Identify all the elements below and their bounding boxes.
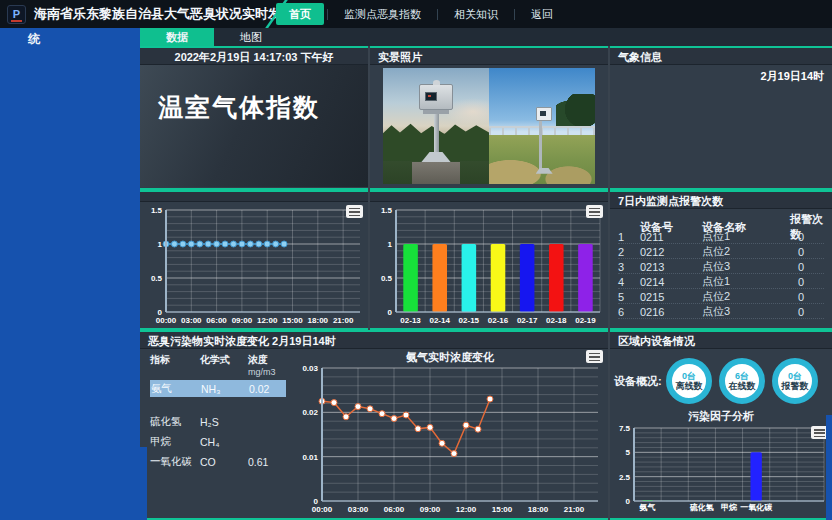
ammonia-chart-title: 氨气实时浓度变化: [292, 350, 608, 364]
greeting-body: 温室气体指数: [140, 65, 368, 187]
alarm-table-row: 30213点位30: [618, 259, 824, 274]
pollutant-col-indicator: 指标: [150, 353, 200, 367]
alarm-table-row: 60216点位30: [618, 304, 824, 319]
chart-menu-icon[interactable]: [346, 205, 363, 218]
monitor-device-graphic: [419, 84, 453, 110]
nav-separator: [437, 9, 438, 20]
daily-index-chart: 00.511.502-1302-1402-1502-1602-1702-1802…: [370, 202, 608, 327]
pollutant-body: 指标 化学式 浓度 mg/m3 氨气NH₃0.02硫化氢H₂S甲烷CH₄一氧化碳…: [140, 349, 608, 518]
svg-text:0: 0: [626, 497, 631, 506]
svg-text:0: 0: [388, 308, 393, 317]
pollution-analysis-title: 污染因子分析: [610, 409, 832, 424]
pollutant-row-NH₃[interactable]: 氨气NH₃0.02: [150, 380, 286, 397]
pollutant-panel: 恶臭污染物实时浓度变化 2月19日14时 指标 化学式 浓度 mg/m3 氨气N…: [140, 330, 608, 520]
svg-text:06:00: 06:00: [384, 505, 405, 514]
main-nav: 首页 监测点恶臭指数 相关知识 返回: [276, 0, 566, 28]
svg-text:硫化氢: 硫化氢: [689, 503, 714, 512]
svg-text:21:00: 21:00: [333, 316, 354, 325]
svg-text:00:00: 00:00: [156, 316, 177, 325]
svg-text:0.5: 0.5: [151, 274, 163, 283]
svg-text:0.5: 0.5: [381, 274, 393, 283]
alarm-table: 设备号 设备名称 报警次数 10211点位1020212点位2030213点位3…: [610, 209, 832, 319]
svg-text:2.5: 2.5: [619, 473, 631, 482]
panel-strip: [370, 192, 608, 202]
photos-panel-title: 实景照片: [370, 48, 608, 65]
svg-text:09:00: 09:00: [420, 505, 441, 514]
alarm-table-header: 设备号 设备名称 报警次数: [618, 212, 824, 229]
site-photos: [383, 68, 595, 184]
svg-text:00:00: 00:00: [312, 505, 333, 514]
nav-item-home[interactable]: 首页: [276, 3, 324, 25]
chart-menu-icon[interactable]: [586, 205, 603, 218]
device-plate-graphic: [423, 110, 449, 114]
chart-menu-icon[interactable]: [586, 350, 603, 363]
tab-map[interactable]: 地图: [214, 28, 288, 46]
site-photo-1: [383, 68, 489, 184]
background-strip: [138, 447, 147, 520]
pollutant-table: 指标 化学式 浓度 mg/m3 氨气NH₃0.02硫化氢H₂S甲烷CH₄一氧化碳…: [140, 349, 292, 518]
svg-text:02-13: 02-13: [400, 316, 421, 325]
weather-body: 2月19日14时: [610, 65, 832, 187]
svg-text:12:00: 12:00: [257, 316, 278, 325]
svg-text:1: 1: [388, 240, 393, 249]
svg-text:18:00: 18:00: [308, 316, 329, 325]
alarm-table-row: 50215点位20: [618, 289, 824, 304]
weather-panel: 气象信息 2月19日14时: [610, 46, 832, 190]
svg-text:03:00: 03:00: [348, 505, 369, 514]
svg-text:02-17: 02-17: [517, 316, 538, 325]
svg-text:1.5: 1.5: [151, 206, 163, 215]
alarm-table-row: 40214点位10: [618, 274, 824, 289]
panel-strip: [140, 192, 368, 202]
app-logo-icon: P: [7, 5, 26, 24]
pollutant-row-H₂S[interactable]: 硫化氢H₂S: [150, 413, 286, 430]
background-strip: [826, 415, 832, 520]
datetime-text: 2022年2月19日 14:17:03 下午好: [140, 48, 368, 65]
nav-separator: [327, 9, 328, 20]
left-sidebar: 统: [0, 28, 140, 520]
svg-text:0.02: 0.02: [302, 408, 318, 417]
page-title: 温室气体指数: [158, 91, 368, 124]
grass-field-graphic: [489, 135, 595, 184]
ammonia-chart-area: 氨气实时浓度变化 00.010.020.0300:0003:0006:0009:…: [292, 349, 608, 518]
alarm-panel: 7日内监测点报警次数 设备号 设备名称 报警次数 10211点位1020212点…: [610, 190, 832, 330]
svg-text:甲烷: 甲烷: [721, 503, 738, 512]
alarm-panel-title: 7日内监测点报警次数: [610, 192, 832, 209]
daily-index-chart-panel: 00.511.502-1302-1402-1502-1602-1702-1802…: [370, 190, 608, 330]
device-count-circle: 0台离线数: [666, 358, 712, 404]
svg-text:7.5: 7.5: [619, 424, 631, 433]
pollutant-row-CO[interactable]: 一氧化碳CO0.61: [150, 453, 286, 470]
tab-data[interactable]: 数据: [140, 28, 214, 46]
svg-text:12:00: 12:00: [456, 505, 477, 514]
svg-text:02-19: 02-19: [575, 316, 596, 325]
monitor-device-graphic: [536, 107, 552, 121]
nav-item-back[interactable]: 返回: [518, 3, 566, 25]
view-tabs: 数据 地图: [140, 28, 832, 46]
greeting-panel: 2022年2月19日 14:17:03 下午好 温室气体指数: [140, 46, 368, 190]
pollutant-row-CH₄[interactable]: 甲烷CH₄: [150, 433, 286, 450]
svg-text:一氧化碳: 一氧化碳: [740, 503, 773, 512]
device-count-circle: 0台报警数: [772, 358, 818, 404]
device-circles: 0台离线数6台在线数0台报警数: [666, 358, 818, 404]
nav-item-knowledge[interactable]: 相关知识: [441, 3, 511, 25]
nav-item-odor-index[interactable]: 监测点恶臭指数: [331, 3, 434, 25]
pollutant-unit: mg/m3: [248, 367, 286, 377]
svg-text:15:00: 15:00: [282, 316, 303, 325]
pollutant-col-formula: 化学式: [200, 353, 248, 367]
svg-text:06:00: 06:00: [206, 316, 227, 325]
alarm-table-body: 10211点位1020212点位2030213点位3040214点位105021…: [618, 229, 824, 319]
svg-text:1.5: 1.5: [381, 206, 393, 215]
svg-text:02-16: 02-16: [488, 316, 509, 325]
svg-text:02-18: 02-18: [546, 316, 567, 325]
device-count-circle: 6台在线数: [719, 358, 765, 404]
svg-text:15:00: 15:00: [492, 505, 513, 514]
device-pole-graphic: [434, 114, 439, 153]
svg-text:0.03: 0.03: [302, 364, 318, 373]
device-screen-graphic: [425, 92, 437, 101]
device-pedestal-graphic: [412, 162, 460, 184]
svg-text:1: 1: [158, 240, 163, 249]
svg-text:0.01: 0.01: [302, 453, 318, 462]
weather-timestamp: 2月19日14时: [760, 69, 824, 84]
photos-panel: 实景照片: [370, 46, 608, 190]
top-bar: P 海南省乐东黎族自治县大气恶臭状况实时发布系 首页 监测点恶臭指数 相关知识 …: [0, 0, 832, 28]
device-pole-graphic: [539, 121, 542, 170]
